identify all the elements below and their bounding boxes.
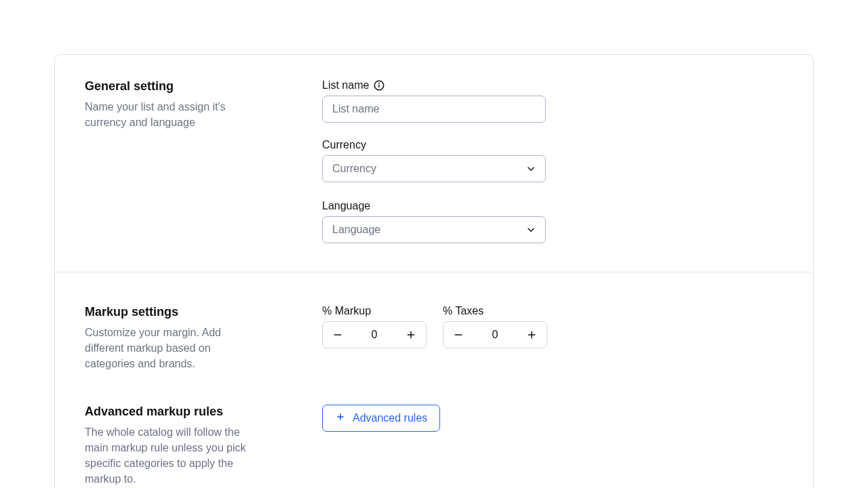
markup-right: % Markup 0: [322, 305, 783, 372]
pct-markup-value: 0: [372, 329, 378, 341]
advanced-rules-button[interactable]: Advanced rules: [322, 405, 440, 432]
currency-select[interactable]: Currency: [322, 155, 546, 182]
markup-row: Markup settings Customize your margin. A…: [85, 305, 783, 372]
field-language: Language Language: [322, 200, 546, 243]
advanced-right: Advanced rules: [322, 405, 783, 432]
info-icon[interactable]: [373, 79, 385, 92]
settings-card: General setting Name your list and assig…: [54, 54, 814, 488]
currency-label: Currency: [322, 139, 366, 151]
plus-icon: [335, 411, 346, 425]
markup-desc: Customize your margin. Add different mar…: [85, 325, 261, 372]
field-pct-taxes: % Taxes 0: [443, 305, 547, 348]
language-select[interactable]: Language: [322, 216, 546, 243]
general-title: General setting: [85, 79, 306, 94]
field-currency: Currency Currency: [322, 139, 546, 182]
field-pct-markup: % Markup 0: [322, 305, 427, 348]
pct-taxes-value: 0: [492, 329, 498, 341]
pct-markup-decrement[interactable]: [328, 325, 347, 344]
list-name-input[interactable]: [322, 96, 546, 123]
steppers-row: % Markup 0: [322, 305, 547, 348]
section-general-left: General setting Name your list and assig…: [85, 79, 322, 243]
advanced-desc: The whole catalog will follow the main m…: [85, 424, 261, 487]
markup-left: Markup settings Customize your margin. A…: [85, 305, 322, 372]
section-general: General setting Name your list and assig…: [55, 55, 813, 272]
pct-markup-increment[interactable]: [401, 325, 420, 344]
pct-taxes-decrement[interactable]: [449, 325, 468, 344]
pct-markup-label: % Markup: [322, 305, 371, 317]
pct-markup-stepper: 0: [322, 321, 427, 348]
section-markup: Markup settings Customize your margin. A…: [55, 272, 813, 488]
advanced-title: Advanced markup rules: [85, 405, 306, 419]
chevron-down-icon: [525, 224, 537, 236]
section-general-right: List name Currency Currency: [322, 79, 783, 243]
advanced-row: Advanced markup rules The whole catalog …: [85, 405, 783, 487]
field-list-name: List name: [322, 79, 546, 123]
advanced-rules-label: Advanced rules: [353, 412, 427, 424]
list-name-label: List name: [322, 79, 369, 92]
pct-taxes-stepper: 0: [443, 321, 547, 348]
currency-placeholder: Currency: [332, 163, 376, 175]
general-desc: Name your list and assign it's currency …: [85, 99, 261, 130]
svg-point-2: [379, 83, 380, 84]
pct-taxes-increment[interactable]: [522, 325, 541, 344]
advanced-left: Advanced markup rules The whole catalog …: [85, 405, 322, 487]
chevron-down-icon: [525, 163, 537, 175]
markup-title: Markup settings: [85, 305, 306, 319]
language-label: Language: [322, 200, 370, 212]
pct-taxes-label: % Taxes: [443, 305, 484, 317]
language-placeholder: Language: [332, 224, 380, 236]
